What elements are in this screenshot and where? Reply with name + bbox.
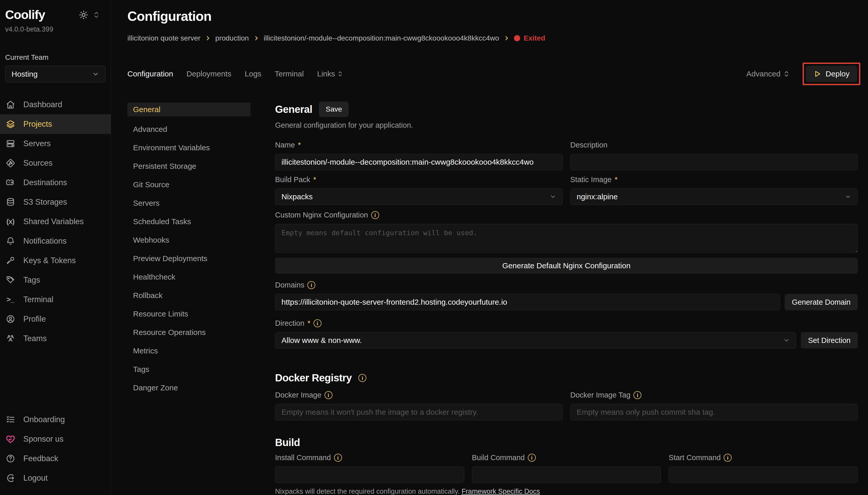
sidebar-item-label: S3 Storages	[23, 198, 67, 207]
sidebar-item-onboarding[interactable]: Onboarding	[0, 410, 111, 429]
theme-controls	[79, 10, 100, 19]
help-circle-icon	[6, 454, 15, 463]
general-form: General Save General configuration for y…	[275, 102, 858, 495]
subnav-item-healthcheck[interactable]: Healthcheck	[127, 268, 250, 286]
install-command-input[interactable]	[275, 466, 464, 483]
subnav-item-environment-variables[interactable]: Environment Variables	[127, 138, 250, 157]
info-icon[interactable]: i	[371, 211, 379, 219]
domains-input[interactable]	[275, 294, 780, 310]
static-image-value: nginx:alpine	[577, 192, 618, 201]
generate-domain-button[interactable]: Generate Domain	[785, 294, 858, 310]
subnav-item-rollback[interactable]: Rollback	[127, 286, 250, 305]
subnav-item-resource-limits[interactable]: Resource Limits	[127, 305, 250, 323]
build-command-input[interactable]	[472, 466, 661, 483]
subnav-item-metrics[interactable]: Metrics	[127, 342, 250, 360]
chevrons-updown-icon	[784, 70, 789, 77]
theme-sun-icon[interactable]	[79, 10, 88, 19]
home-icon	[6, 100, 15, 109]
info-icon[interactable]: i	[334, 454, 342, 462]
description-input[interactable]	[570, 154, 858, 170]
key-icon	[6, 256, 15, 266]
sidebar-item-servers[interactable]: Servers	[0, 134, 111, 153]
deploy-button[interactable]: Deploy	[806, 66, 857, 82]
subnav-item-advanced[interactable]: Advanced	[127, 120, 250, 138]
tab-links[interactable]: Links	[317, 69, 343, 78]
direction-value: Allow www & non-www.	[282, 336, 362, 345]
sidebar-item-label: Keys & Tokens	[23, 256, 76, 265]
tab-configuration[interactable]: Configuration	[127, 69, 173, 78]
subnav-item-scheduled-tasks[interactable]: Scheduled Tasks	[127, 212, 250, 231]
advanced-dropdown[interactable]: Advanced	[746, 69, 789, 78]
info-icon[interactable]: i	[307, 281, 315, 289]
static-image-select[interactable]: nginx:alpine	[570, 188, 858, 205]
build-pack-select[interactable]: Nixpacks	[275, 188, 563, 205]
build-pack-label: Build Pack	[275, 175, 563, 184]
sidebar-item-sources[interactable]: Sources	[0, 153, 111, 173]
custom-nginx-textarea[interactable]	[275, 224, 858, 253]
info-icon[interactable]: i	[634, 391, 641, 399]
docker-image-input[interactable]	[275, 404, 563, 420]
toolbar-right: Advanced Deploy	[746, 63, 860, 85]
start-command-label: Start Command i	[669, 454, 858, 462]
sidebar-item-sponsor[interactable]: Sponsor us	[0, 429, 111, 449]
subnav-item-webhooks[interactable]: Webhooks	[127, 231, 250, 249]
tab-logs[interactable]: Logs	[245, 69, 262, 78]
sidebar-item-shared-variables[interactable]: (x) Shared Variables	[0, 212, 111, 231]
info-icon[interactable]: i	[528, 454, 536, 462]
framework-docs-link[interactable]: Framework Specific Docs	[461, 488, 540, 495]
git-source-icon	[6, 158, 15, 168]
save-button[interactable]: Save	[319, 102, 349, 117]
breadcrumb-project[interactable]: illicitonion quote server	[127, 34, 200, 42]
sidebar-item-dashboard[interactable]: Dashboard	[0, 95, 111, 114]
breadcrumb-application[interactable]: illicitestonion/-module--decomposition:m…	[264, 34, 499, 42]
direction-select[interactable]: Allow www & non-www.	[275, 332, 796, 348]
sidebar-item-feedback[interactable]: Feedback	[0, 449, 111, 468]
sidebar-item-notifications[interactable]: Notifications	[0, 231, 111, 251]
subnav-item-servers[interactable]: Servers	[127, 194, 250, 212]
configuration-body: General Advanced Environment Variables P…	[127, 102, 868, 495]
sidebar-item-logout[interactable]: Logout	[0, 468, 111, 488]
chevron-down-icon	[92, 70, 99, 78]
sidebar-item-profile[interactable]: Profile	[0, 309, 111, 329]
sidebar-item-projects[interactable]: Projects	[0, 114, 111, 134]
breadcrumb-environment[interactable]: production	[215, 34, 249, 42]
subnav-item-tags[interactable]: Tags	[127, 360, 250, 379]
tab-deployments[interactable]: Deployments	[187, 69, 231, 78]
sidebar-item-terminal[interactable]: >_ Terminal	[0, 290, 111, 309]
info-icon[interactable]: i	[358, 374, 366, 382]
subnav-item-danger-zone[interactable]: Danger Zone	[127, 379, 250, 397]
team-select[interactable]: Hosting	[5, 66, 106, 83]
required-marker	[615, 175, 618, 184]
subnav-item-git-source[interactable]: Git Source	[127, 175, 250, 194]
sidebar: Coolify v4.0.0-beta.399 Current Team Hos…	[0, 0, 111, 495]
sidebar-item-tags[interactable]: Tags	[0, 270, 111, 290]
docker-image-tag-input[interactable]	[570, 404, 858, 420]
nixpacks-helper-text: Nixpacks will detect the required config…	[275, 488, 858, 495]
map-icon	[6, 178, 15, 187]
tab-terminal[interactable]: Terminal	[275, 69, 304, 78]
team-select-value: Hosting	[12, 70, 38, 79]
subnav-item-preview-deployments[interactable]: Preview Deployments	[127, 249, 250, 268]
tab-links-label: Links	[317, 69, 335, 78]
set-direction-button[interactable]: Set Direction	[801, 332, 858, 348]
tag-icon	[6, 275, 15, 285]
sidebar-footer-menu: Onboarding Sponsor us Feedback Logout	[0, 410, 111, 488]
sidebar-item-keys-tokens[interactable]: Keys & Tokens	[0, 251, 111, 270]
theme-selector-chevrons-icon[interactable]	[93, 11, 100, 18]
info-icon[interactable]: i	[324, 391, 333, 399]
info-icon[interactable]: i	[724, 454, 732, 462]
subnav-item-general[interactable]: General	[127, 103, 250, 116]
subnav-item-resource-operations[interactable]: Resource Operations	[127, 323, 250, 342]
name-input[interactable]	[275, 154, 563, 170]
sidebar-item-teams[interactable]: Teams	[0, 329, 111, 348]
generate-nginx-button[interactable]: Generate Default Nginx Configuration	[275, 258, 858, 274]
sidebar-item-label: Teams	[23, 334, 47, 343]
sidebar-item-label: Onboarding	[23, 415, 65, 424]
chevron-right-icon	[253, 35, 259, 41]
section-heading-general: General	[275, 104, 312, 115]
info-icon[interactable]: i	[314, 319, 321, 327]
subnav-item-persistent-storage[interactable]: Persistent Storage	[127, 157, 250, 175]
start-command-input[interactable]	[669, 466, 858, 483]
sidebar-item-destinations[interactable]: Destinations	[0, 173, 111, 192]
sidebar-item-s3-storages[interactable]: S3 Storages	[0, 192, 111, 212]
